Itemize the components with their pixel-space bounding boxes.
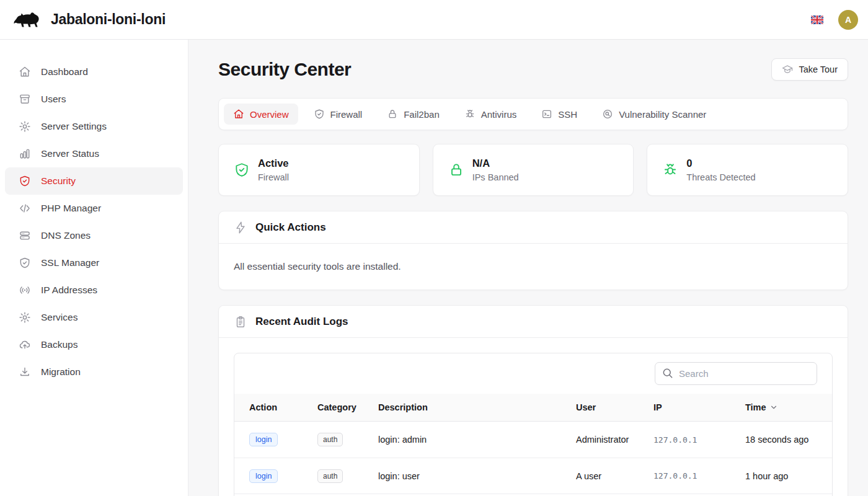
cell-ip: 127.0.0.1 (653, 435, 745, 445)
category-badge: auth (317, 433, 343, 446)
sidebar-item-users[interactable]: Users (5, 86, 183, 113)
lock-icon (448, 162, 464, 178)
main-content: Security Center Take Tour Overview Firew… (188, 40, 868, 496)
broadcast-icon (19, 284, 31, 296)
code-icon (19, 202, 31, 215)
take-tour-button[interactable]: Take Tour (771, 58, 848, 81)
search-circle-icon (602, 108, 613, 120)
sidebar-item-server-status[interactable]: Server Status (5, 140, 183, 167)
sidebar-item-label: Server Settings (41, 121, 107, 132)
audit-logs-title: Recent Audit Logs (255, 316, 348, 328)
action-badge[interactable]: login (249, 469, 278, 483)
home-icon (19, 66, 31, 78)
app-title: Jabaloni-loni-loni (51, 11, 166, 28)
sidebar-item-services[interactable]: Services (5, 304, 183, 331)
download-icon (19, 366, 31, 378)
table-row: login auth login: admin Administrator 12… (234, 422, 832, 458)
stat-card-threats: 0 Threats Detected (647, 144, 848, 196)
category-badge: auth (317, 469, 343, 483)
column-header-user[interactable]: User (576, 402, 653, 412)
sidebar-item-server-settings[interactable]: Server Settings (5, 113, 183, 140)
stat-cards: Active Firewall N/A IPs Banned 0 Threats… (218, 144, 848, 196)
quick-actions-title: Quick Actions (255, 221, 326, 234)
stat-label: Firewall (258, 172, 289, 182)
shield-check-icon (234, 162, 250, 178)
avatar[interactable]: A (838, 10, 858, 30)
sidebar-item-migration[interactable]: Migration (5, 358, 183, 386)
terminal-icon (541, 108, 552, 120)
action-badge[interactable]: login (249, 433, 278, 446)
sidebar-item-ssl-manager[interactable]: SSL Manager (5, 249, 183, 277)
cell-user: A user (576, 471, 653, 481)
bug-icon (464, 108, 476, 120)
gear-icon (19, 311, 31, 324)
shield-check-icon (314, 108, 325, 120)
lightning-icon (234, 221, 247, 234)
search-input[interactable] (655, 362, 817, 385)
sidebar-item-label: IP Addresses (41, 285, 97, 296)
quick-actions-card: Quick Actions All essential security too… (218, 211, 848, 290)
sidebar-item-backups[interactable]: Backups (5, 331, 183, 358)
stat-card-ips-banned: N/A IPs Banned (433, 144, 634, 196)
cell-user: Administrator (576, 435, 653, 445)
column-header-description[interactable]: Description (378, 402, 576, 412)
shield-check-icon (19, 257, 31, 269)
sidebar-item-label: Security (41, 175, 76, 187)
audit-logs-card: Recent Audit Logs Action Category Descri… (218, 305, 848, 496)
quick-actions-message: All essential security tools are install… (219, 244, 848, 290)
sidebar-item-label: Users (41, 94, 66, 105)
tab-antivirus[interactable]: Antivirus (455, 104, 526, 125)
boar-logo-icon (12, 10, 41, 30)
tab-vulnerability-scanner[interactable]: Vulnerability Scanner (593, 104, 715, 125)
table-row: login auth login: user A user 127.0.0.1 … (234, 458, 832, 494)
cloud-upload-icon (19, 339, 31, 351)
column-header-category[interactable]: Category (317, 402, 378, 412)
home-icon (233, 108, 244, 120)
tab-label: Firewall (330, 109, 363, 120)
lock-icon (387, 108, 398, 120)
cell-description: login: user (378, 471, 576, 481)
tab-label: Vulnerability Scanner (619, 109, 706, 120)
sidebar-item-dns-zones[interactable]: DNS Zones (5, 222, 183, 249)
tab-ssh[interactable]: SSH (532, 104, 587, 125)
server-icon (19, 229, 31, 242)
stat-label: IPs Banned (472, 172, 519, 182)
sidebar-item-label: SSL Manager (41, 257, 99, 268)
sidebar-item-label: Backups (41, 339, 78, 350)
chevron-down-icon (769, 403, 778, 412)
cell-description: login: admin (378, 435, 576, 445)
tab-label: Fail2ban (404, 109, 440, 120)
sidebar: Dashboard Users Server Settings Server S… (0, 40, 188, 496)
sidebar-item-label: Server Status (41, 148, 99, 159)
security-tabbar: Overview Firewall Fail2ban Antivirus SSH… (218, 98, 848, 130)
archive-icon (19, 93, 31, 105)
tab-label: SSH (558, 109, 577, 120)
stat-value: N/A (472, 157, 519, 169)
sidebar-item-label: DNS Zones (41, 230, 91, 241)
sidebar-item-label: Dashboard (41, 66, 88, 78)
tab-label: Overview (250, 109, 289, 120)
cell-time: 1 hour ago (745, 471, 832, 481)
sidebar-item-security[interactable]: Security (5, 167, 183, 195)
sidebar-item-label: PHP Manager (41, 203, 101, 214)
sidebar-item-ip-addresses[interactable]: IP Addresses (5, 277, 183, 304)
shield-check-icon (19, 175, 31, 187)
audit-table: Action Category Description User IP Time… (234, 353, 833, 496)
bar-chart-icon (19, 148, 31, 160)
tab-overview[interactable]: Overview (224, 104, 298, 125)
take-tour-label: Take Tour (799, 64, 838, 74)
column-header-ip[interactable]: IP (653, 402, 745, 412)
stat-label: Threats Detected (686, 172, 755, 182)
uk-flag-icon[interactable] (811, 16, 823, 24)
stat-card-firewall: Active Firewall (218, 144, 420, 196)
column-header-time[interactable]: Time (745, 402, 832, 412)
tab-firewall[interactable]: Firewall (304, 104, 372, 125)
sidebar-item-dashboard[interactable]: Dashboard (5, 58, 183, 86)
clipboard-icon (234, 315, 247, 329)
cell-ip: 127.0.0.1 (653, 471, 745, 480)
table-header-row: Action Category Description User IP Time (234, 394, 832, 422)
sidebar-item-php-manager[interactable]: PHP Manager (5, 195, 183, 222)
tab-label: Antivirus (481, 109, 517, 120)
column-header-action[interactable]: Action (249, 402, 317, 412)
tab-fail2ban[interactable]: Fail2ban (378, 104, 449, 125)
